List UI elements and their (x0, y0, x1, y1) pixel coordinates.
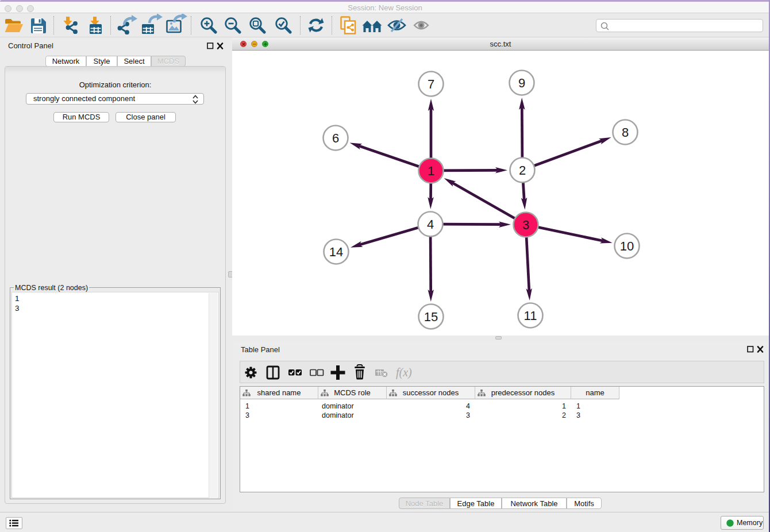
svg-text:f(x): f(x) (396, 366, 412, 379)
svg-text:4: 4 (427, 217, 434, 232)
svg-text:6: 6 (332, 131, 339, 145)
svg-text:2: 2 (519, 163, 526, 178)
svg-text:14: 14 (329, 245, 343, 259)
svg-text:3: 3 (522, 218, 529, 232)
svg-text:10: 10 (620, 239, 634, 253)
svg-text:15: 15 (424, 310, 438, 324)
svg-text:11: 11 (524, 309, 537, 323)
svg-text:9: 9 (518, 76, 525, 90)
svg-text:7: 7 (428, 77, 434, 91)
svg-text:1: 1 (428, 164, 434, 178)
svg-text:8: 8 (622, 125, 629, 140)
